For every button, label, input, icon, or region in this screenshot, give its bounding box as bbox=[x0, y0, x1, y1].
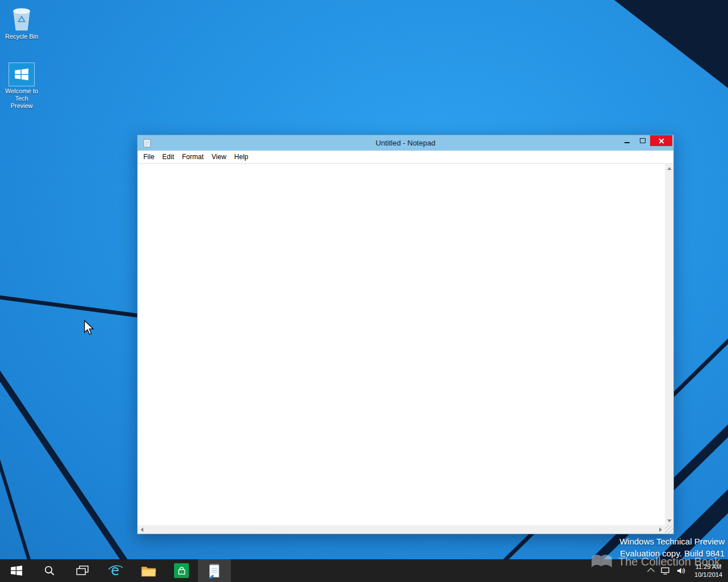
menu-view[interactable]: View bbox=[208, 151, 230, 163]
minimize-icon bbox=[624, 142, 630, 143]
volume-icon[interactable] bbox=[677, 567, 685, 575]
windows-logo-icon bbox=[10, 564, 23, 577]
shopping-bag-icon bbox=[177, 567, 186, 575]
desktop-icon-label: Welcome to Tech Preview bbox=[3, 88, 40, 110]
evaluation-watermark-line1: Windows Technical Preview bbox=[619, 535, 725, 547]
scroll-left-button[interactable] bbox=[138, 525, 146, 534]
text-editor[interactable] bbox=[138, 164, 665, 525]
resize-grip[interactable] bbox=[665, 525, 673, 534]
horizontal-scrollbar[interactable] bbox=[138, 525, 665, 534]
stacked-windows-icon bbox=[76, 566, 89, 576]
tray-clock[interactable]: 11:29 AM 10/1/2014 bbox=[694, 563, 722, 579]
notepad-client-area bbox=[138, 164, 673, 534]
triangle-left-icon bbox=[140, 527, 143, 532]
desktop-icon-label: Recycle Bin bbox=[3, 33, 40, 40]
maximize-button[interactable] bbox=[635, 135, 650, 146]
clock-time: 11:29 AM bbox=[694, 563, 722, 571]
taskbar-search-button[interactable] bbox=[33, 559, 66, 582]
clock-date: 10/1/2014 bbox=[694, 571, 722, 579]
triangle-down-icon bbox=[667, 519, 672, 522]
triangle-right-icon bbox=[659, 527, 662, 532]
menu-help[interactable]: Help bbox=[230, 151, 253, 163]
desktop-screen: { "desktop": { "icons": [ { "id": "recyc… bbox=[0, 0, 728, 582]
evaluation-watermark-line2: Evaluation copy. Build 9841 bbox=[619, 547, 725, 559]
notepad-menubar: File Edit Format View Help bbox=[138, 151, 673, 164]
scroll-down-button[interactable] bbox=[665, 517, 673, 525]
desktop-icon-welcome-tech-preview[interactable]: Welcome to Tech Preview bbox=[3, 59, 40, 110]
close-button[interactable] bbox=[650, 135, 672, 146]
caption-buttons bbox=[619, 135, 672, 146]
wallpaper-beam bbox=[0, 295, 145, 318]
minimize-button[interactable] bbox=[619, 135, 635, 146]
vertical-scrollbar[interactable] bbox=[665, 164, 673, 525]
expand-chevron-icon[interactable] bbox=[647, 568, 655, 575]
svg-text:e: e bbox=[111, 563, 119, 579]
store-tile bbox=[174, 563, 189, 578]
network-icon[interactable] bbox=[661, 567, 669, 575]
taskbar-start-button[interactable] bbox=[0, 559, 33, 582]
ie-e-icon: e bbox=[107, 563, 123, 579]
folder-icon bbox=[141, 565, 156, 577]
wallpaper-beam bbox=[0, 364, 145, 582]
taskbar-file-explorer-button[interactable] bbox=[132, 559, 165, 582]
menu-format[interactable]: Format bbox=[178, 151, 208, 163]
system-tray: 11:29 AM 10/1/2014 bbox=[648, 559, 728, 582]
magnifier-icon bbox=[44, 565, 55, 576]
welcome-tile-icon bbox=[3, 59, 40, 86]
notepad-window: Untitled - Notepad File Edit Format View… bbox=[137, 135, 674, 534]
scroll-right-button[interactable] bbox=[656, 525, 665, 534]
menu-edit[interactable]: Edit bbox=[158, 151, 178, 163]
scroll-up-button[interactable] bbox=[665, 164, 673, 173]
taskbar-task-view-button[interactable] bbox=[66, 559, 99, 582]
desktop-icon-recycle-bin[interactable]: Recycle Bin bbox=[3, 5, 40, 40]
window-title: Untitled - Notepad bbox=[138, 139, 673, 147]
taskbar: e bbox=[0, 559, 728, 582]
taskbar-store-button[interactable] bbox=[165, 559, 198, 582]
taskbar-notepad-button[interactable] bbox=[198, 559, 231, 582]
notepad-titlebar[interactable]: Untitled - Notepad bbox=[138, 135, 673, 151]
notepad-icon bbox=[208, 563, 221, 579]
triangle-up-icon bbox=[667, 167, 672, 170]
evaluation-watermark: Windows Technical Preview Evaluation cop… bbox=[619, 535, 725, 559]
maximize-icon bbox=[640, 138, 646, 143]
taskbar-ie-button[interactable]: e bbox=[99, 559, 132, 582]
wallpaper-beam bbox=[614, 0, 728, 88]
menu-file[interactable]: File bbox=[139, 151, 158, 163]
recycle-bin-icon bbox=[3, 5, 40, 32]
